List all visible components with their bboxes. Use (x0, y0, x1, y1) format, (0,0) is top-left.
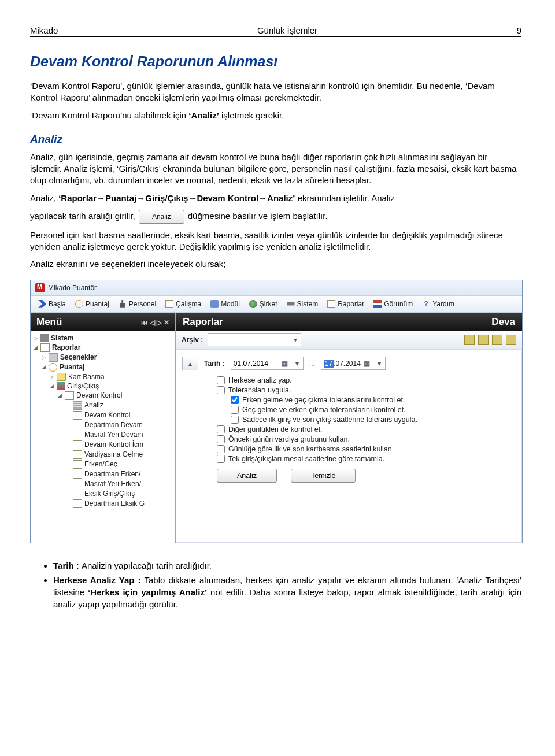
tree-dki[interactable]: Devam Kontrol İcm (32, 440, 174, 450)
document-icon (73, 499, 82, 508)
sidebar-nav-buttons[interactable]: ⏮◁▷✕ (139, 316, 169, 328)
sidebar: Menü ⏮◁▷✕ ▷Sistem ◢Raporlar ▷Seçenekler … (31, 313, 176, 543)
collapse-button[interactable]: ▴ (182, 357, 198, 370)
opt-tolerans[interactable]: Toleransları uygula. (217, 386, 516, 394)
doc-header: Mikado Günlük İşlemler 9 (30, 25, 521, 37)
date-to[interactable]: 17.07.2014 ▦▾ (321, 357, 386, 370)
opt-erken-gec[interactable]: Erken gelme ve geç çıkma toleranslarını … (231, 396, 516, 404)
tree-varg[interactable]: Vardiyasına Gelme (32, 450, 174, 459)
menu-calisma[interactable]: Çalışma (161, 298, 205, 310)
tree-dep[interactable]: Departman Devam (32, 420, 174, 430)
tree-erg[interactable]: Erken/Geç (32, 459, 174, 469)
definitions-list: Tarih : Analizin yapılacağı tarih aralığ… (30, 559, 521, 610)
main-title-right: Deva (491, 316, 515, 328)
tree-analiz[interactable]: Analiz (32, 401, 174, 410)
tool-icon-2[interactable] (478, 335, 489, 345)
tree-kartbasma[interactable]: ▷Kart Basma (32, 372, 174, 381)
hdr-center: Günlük İşlemler (257, 25, 317, 35)
checkbox[interactable] (217, 376, 225, 384)
report-icon (40, 343, 50, 352)
checkbox[interactable] (231, 396, 239, 404)
tree-devamkontrol[interactable]: ◢Devam Kontrol (32, 391, 174, 401)
menu-sistem[interactable]: Sistem (283, 298, 323, 310)
menu-label: Yardım (432, 300, 454, 308)
tree-mas[interactable]: Masraf Yeri Devam (32, 430, 174, 440)
chevron-right-icon: ▷ (157, 318, 162, 327)
checkbox[interactable] (217, 386, 225, 394)
tree-egc[interactable]: Eksik Giriş/Çıkış (32, 489, 174, 499)
temizle-button[interactable]: Temizle (291, 469, 356, 483)
menu-basla[interactable]: Başla (34, 298, 70, 310)
menu-yardim[interactable]: ?Yardım (418, 298, 458, 310)
opt-diger-gunluk[interactable]: Diğer günlükleri de kontrol et. (217, 425, 516, 433)
tree-secenekler[interactable]: ▷Seçenekler (32, 353, 174, 362)
checkbox[interactable] (231, 406, 239, 414)
tool-delete-icon[interactable] (492, 335, 502, 345)
calendar-icon[interactable]: ▦ (279, 357, 291, 369)
menu-label: Görünüm (384, 300, 413, 308)
opt-label: Erken gelme ve geç çıkma toleranslarını … (242, 396, 405, 404)
checkbox[interactable] (217, 445, 225, 453)
menu-modul[interactable]: Modül (206, 298, 244, 310)
opt-onceki-gun[interactable]: Önceki günün vardiya grubunu kullan. (217, 435, 516, 443)
arsiv-combo[interactable]: ▾ (208, 333, 301, 346)
menu-sirket[interactable]: Şirket (245, 298, 282, 310)
opt-herkese[interactable]: Herkese analiz yap. (217, 376, 516, 384)
opt-label: Tek giriş/çıkışları mesai saatlerine gör… (228, 455, 384, 463)
tree-label: Giriş/Çıkış (67, 382, 99, 390)
checkbox[interactable] (217, 425, 225, 433)
tool-icon-4[interactable] (506, 335, 516, 345)
menu-label: Şirket (260, 300, 278, 308)
tree-raporlar[interactable]: ◢Raporlar (32, 343, 174, 353)
tree-giriscikis[interactable]: ◢Giriş/Çıkış (32, 381, 174, 391)
sidebar-title: Menü (36, 316, 62, 328)
checkbox[interactable] (217, 435, 225, 443)
chevron-up-icon: ▴ (188, 360, 192, 368)
checkbox[interactable] (231, 416, 239, 424)
def-herkese: Herkese Analiz Yap : Tablo dikkate alınm… (53, 574, 521, 610)
menu-puantaj[interactable]: Puantaj (71, 298, 113, 310)
menu-label: Puantaj (86, 300, 109, 308)
menu-gorunum[interactable]: Görünüm (369, 298, 417, 310)
globe-icon (249, 300, 257, 308)
document-icon (73, 431, 82, 439)
toolbar: Arşiv : ▾ (176, 331, 522, 349)
opt-sadece-ilk[interactable]: Sadece ilk giriş ve son çıkış saatlerine… (231, 416, 516, 424)
tree-puantaj[interactable]: ◢Puantaj (32, 362, 174, 372)
folder-icon (57, 373, 66, 381)
menu-label: Başla (49, 300, 66, 308)
menu-personel[interactable]: Personel (114, 298, 160, 310)
tree-label: Vardiyasına Gelme (84, 450, 143, 458)
analiz-button[interactable]: Analiz (217, 469, 277, 483)
date-from-input[interactable] (231, 360, 279, 368)
tree-dk2[interactable]: Devam Kontrol (32, 410, 174, 420)
opt-label: Önceki günün vardiya grubunu kullan. (228, 435, 350, 443)
date-from[interactable]: ▦▾ (231, 357, 304, 370)
date-to-day: 17 (324, 360, 334, 368)
tree-depe[interactable]: Departman Erken/ (32, 469, 174, 479)
tree-label: Sistem (51, 334, 73, 342)
text: ‘Devam Kontrol Raporu’nu alabilmek için (30, 110, 188, 120)
chevron-down-icon[interactable]: ▾ (291, 357, 303, 369)
heading-1: Devam Kontrol Raporunun Alınması (30, 53, 521, 70)
opt-gunluge-gore[interactable]: Günlüğe göre ilk ve son kartbasma saatle… (217, 445, 516, 453)
menu-raporlar[interactable]: Raporlar (323, 298, 368, 310)
opt-tek-giris[interactable]: Tek giriş/çıkışları mesai saatlerine gör… (217, 455, 516, 463)
text: ekranından işletilir. Analiz (295, 193, 395, 203)
chevron-down-icon[interactable]: ▾ (373, 357, 385, 369)
tree-depek[interactable]: Departman Eksik G (32, 499, 174, 509)
calendar-icon[interactable]: ▦ (361, 357, 373, 369)
document-icon (65, 391, 74, 400)
view-icon (373, 300, 382, 308)
tree-sistem[interactable]: ▷Sistem (32, 333, 174, 343)
tree-label: Departman Eksik G (84, 499, 145, 507)
tool-icon-1[interactable] (464, 335, 475, 345)
para-1: ‘Devam Kontrol Raporu’, günlük işlemler … (30, 80, 521, 104)
nav-tree[interactable]: ▷Sistem ◢Raporlar ▷Seçenekler ◢Puantaj ▷… (31, 331, 175, 543)
tree-mye[interactable]: Masraf Yeri Erken/ (32, 479, 174, 489)
menu-label: Sistem (297, 300, 319, 308)
options-panel: ▴ Tarih : ▦▾ ... 17.07.2014 ▦▾ Herkese a… (176, 349, 522, 543)
opt-gec-erken[interactable]: Geç gelme ve erken çıkma toleranslarını … (231, 406, 516, 414)
checkbox[interactable] (217, 455, 225, 463)
play-icon (38, 300, 46, 308)
